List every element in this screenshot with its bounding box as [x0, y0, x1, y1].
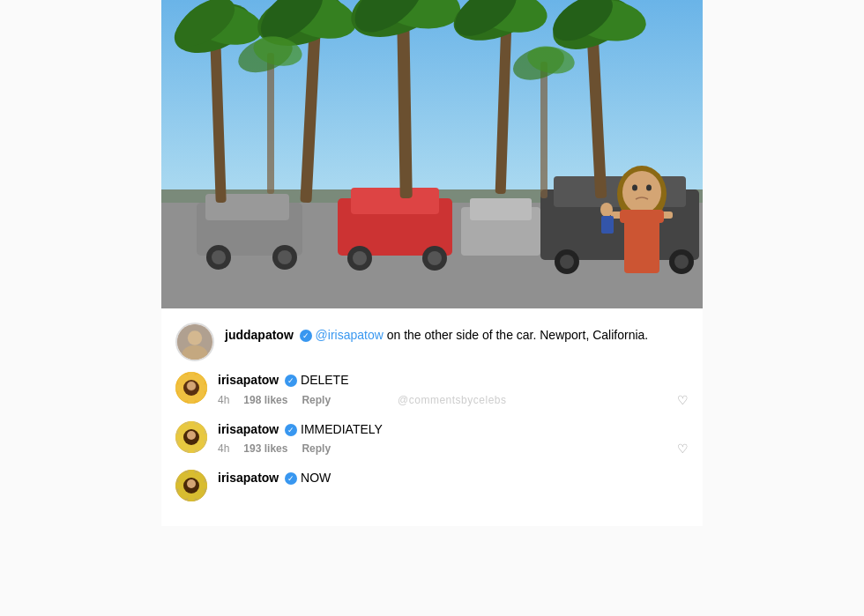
post-mention: @irisapatow: [316, 328, 384, 342]
comment-3-avatar: [175, 470, 207, 501]
svg-point-7: [212, 250, 226, 264]
svg-point-13: [353, 251, 367, 265]
comment-1-username: irisapatow: [218, 373, 279, 387]
post-image: [161, 0, 703, 308]
svg-point-9: [278, 250, 292, 264]
comment-3-text: NOW: [301, 471, 331, 485]
svg-rect-47: [540, 62, 547, 198]
post-caption-text: on the other side of the car. Newport, C…: [387, 328, 649, 342]
comment-2-verified: ✓: [285, 424, 297, 436]
comment-1-likes: 198 likes: [243, 394, 287, 406]
comment-2-likes: 193 likes: [243, 442, 287, 455]
comment-1-avatar: [175, 372, 207, 404]
svg-rect-23: [470, 198, 532, 220]
svg-point-51: [622, 171, 661, 213]
comment-2-reply-button[interactable]: Reply: [302, 442, 331, 455]
comment-3-username: irisapatow: [218, 471, 279, 485]
svg-rect-11: [351, 188, 439, 214]
comment-1-heart-icon[interactable]: ♡: [677, 393, 689, 407]
comment-2-meta: 4h 193 likes Reply ♡: [218, 442, 689, 456]
svg-point-58: [600, 203, 613, 217]
comment-3-content: irisapatow ✓ NOW: [218, 470, 689, 487]
post-author-verified-badge: ✓: [300, 330, 312, 342]
comment-2-username: irisapatow: [218, 422, 279, 436]
svg-point-61: [188, 330, 202, 345]
watermark: @commentsbycelebs: [398, 394, 506, 406]
comment-2-text: IMMEDIATELY: [301, 422, 383, 436]
comment-1-reply-button[interactable]: Reply: [302, 394, 331, 406]
svg-point-53: [646, 185, 652, 191]
comment-item: irisapatow ✓ IMMEDIATELY 4h 193 likes Re…: [175, 421, 689, 456]
comment-1-verified: ✓: [285, 375, 297, 387]
svg-rect-57: [620, 210, 664, 223]
comment-item: irisapatow ✓ DELETE 4h 198 likes Reply @…: [175, 372, 689, 407]
caption-text-area: juddapatow ✓ @irisapatow on the other si…: [225, 323, 689, 345]
comment-3-verified: ✓: [285, 472, 297, 485]
comment-1-time: 4h: [218, 394, 229, 406]
comment-2-time: 4h: [218, 442, 229, 455]
svg-point-85: [187, 431, 196, 440]
page-wrapper: juddapatow ✓ @irisapatow on the other si…: [0, 0, 864, 616]
svg-rect-44: [267, 53, 274, 194]
comment-1-content: irisapatow ✓ DELETE 4h 198 likes Reply @…: [218, 372, 689, 407]
svg-point-19: [560, 255, 574, 269]
post-author-username: juddapatow: [225, 328, 294, 342]
comment-2-content: irisapatow ✓ IMMEDIATELY 4h 193 likes Re…: [218, 421, 689, 456]
caption-area: juddapatow ✓ @irisapatow on the other si…: [161, 308, 703, 361]
comment-1-meta: 4h 198 likes Reply @commentsbycelebs ♡: [218, 393, 689, 407]
post-author-avatar: [175, 323, 214, 361]
svg-point-15: [428, 251, 442, 265]
comment-2-heart-icon[interactable]: ♡: [677, 442, 689, 456]
svg-point-52: [632, 185, 637, 191]
comment-item: irisapatow ✓ NOW: [175, 470, 689, 501]
comment-2-avatar: [175, 421, 207, 453]
comments-section: irisapatow ✓ DELETE 4h 198 likes Reply @…: [161, 361, 703, 526]
post-container: juddapatow ✓ @irisapatow on the other si…: [161, 0, 703, 526]
svg-point-96: [187, 479, 196, 488]
svg-rect-59: [601, 216, 614, 234]
comment-1-text: DELETE: [301, 373, 348, 387]
svg-point-21: [674, 255, 689, 269]
